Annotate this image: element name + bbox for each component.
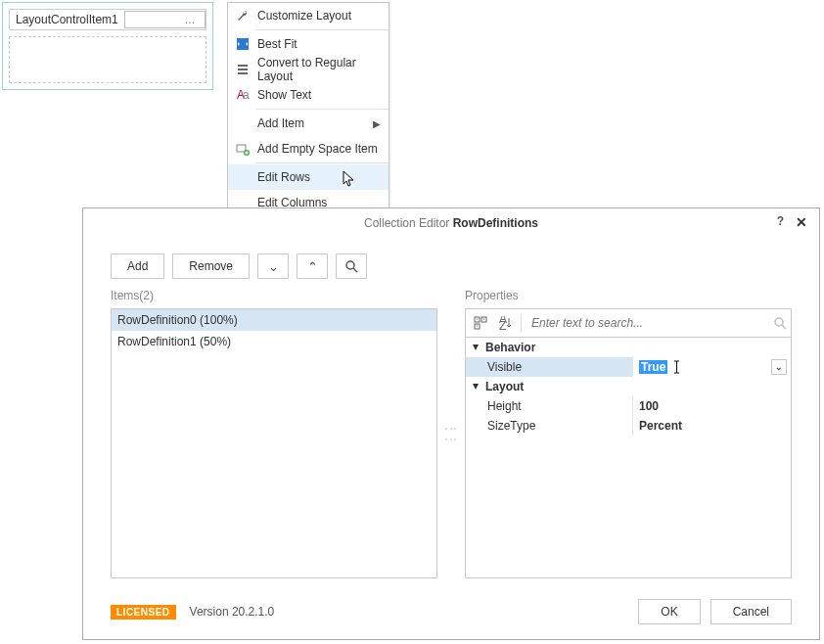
blank-icon [232,115,253,132]
layout-control-item-label: LayoutControlItem1 [10,13,124,26]
version-label: Version 20.2.1.0 [190,605,275,619]
property-row-visible[interactable]: Visible True ⌄ [466,357,791,377]
dialog-title-prefix: Collection Editor [364,216,453,230]
search-button[interactable] [336,253,367,279]
help-button[interactable]: ? [777,214,784,228]
dialog-title-bar[interactable]: Collection Editor RowDefinitions ? ✕ [83,208,819,238]
list-item-label: RowDefinition0 (100%) [117,313,238,327]
svg-text:a: a [243,88,250,102]
ok-button[interactable]: OK [638,599,700,624]
blank-icon [232,168,253,186]
submenu-arrow-icon: ▶ [373,118,381,129]
property-name: Height [466,399,632,413]
expander-icon[interactable] [470,342,481,353]
search-icon [345,260,358,273]
dialog-title-main: RowDefinitions [453,216,538,230]
add-button[interactable]: Add [111,253,164,279]
search-icon [774,317,787,330]
menu-separator [255,162,389,163]
toolbar-separator [521,314,522,332]
context-menu: Customize Layout Best Fit Convert to Reg… [227,2,389,216]
property-row-height[interactable]: Height 100 [466,396,791,416]
license-badge: LICENSED [111,605,176,620]
cancel-button-label: Cancel [733,605,769,619]
wrench-icon [232,7,253,24]
menu-item-show-text[interactable]: Aa Show Text [228,82,389,108]
menu-label: Convert to Regular Layout [257,56,381,83]
alphabetical-icon: AZ [499,316,513,330]
svg-text:Z: Z [499,319,506,330]
svg-point-11 [775,318,783,326]
chevron-down-icon: ⌄ [268,259,279,274]
layout-control-item-editor[interactable]: ... [124,11,206,28]
property-value[interactable]: 100 [632,396,791,416]
remove-button[interactable]: Remove [172,253,250,279]
empty-item-icon [232,140,253,158]
property-category[interactable]: Layout [466,377,791,396]
convert-icon [232,61,253,78]
text-cursor-icon [673,360,680,374]
property-value[interactable]: Percent [632,416,791,436]
menu-separator [255,109,389,110]
dialog-toolbar: Add Remove ⌄ ⌃ [83,238,819,289]
items-list[interactable]: RowDefinition0 (100%) RowDefinition1 (50… [111,308,437,578]
layout-designer-surface[interactable]: LayoutControlItem1 ... [2,2,213,90]
menu-label: Show Text [257,88,381,102]
layout-control-item[interactable]: LayoutControlItem1 ... [9,9,206,30]
property-grid[interactable]: Behavior Visible True ⌄ Layout Height [465,338,792,578]
menu-item-add-item[interactable]: Add Item ▶ [228,111,389,136]
property-search-input[interactable] [526,316,770,330]
menu-separator [255,29,389,30]
remove-button-label: Remove [189,259,233,273]
chevron-up-icon: ⌃ [307,259,318,274]
splitter[interactable]: ⋮⋮ [447,289,455,578]
menu-label: Customize Layout [257,9,381,23]
svg-rect-3 [237,145,246,152]
categorized-icon [474,316,487,330]
svg-point-5 [346,261,354,269]
ellipsis-button[interactable]: ... [179,13,201,26]
dialog-footer: LICENSED Version 20.2.1.0 OK Cancel [83,584,819,639]
layout-empty-cell[interactable] [9,36,206,83]
menu-label: Add Empty Space Item [257,142,381,156]
property-value-editor[interactable]: True ⌄ [632,357,791,377]
menu-item-edit-rows[interactable]: Edit Rows [228,164,389,190]
ok-button-label: OK [661,605,677,619]
cancel-button[interactable]: Cancel [710,599,792,624]
dialog-title: Collection Editor RowDefinitions [364,216,538,230]
list-item[interactable]: RowDefinition1 (50%) [112,331,436,352]
move-down-button[interactable]: ⌄ [257,253,289,279]
grip-icon: ⋮⋮ [444,423,458,444]
property-category[interactable]: Behavior [466,338,791,357]
property-row-sizetype[interactable]: SizeType Percent [466,416,791,436]
text-icon: Aa [232,86,253,104]
menu-label: Best Fit [257,37,381,51]
dropdown-button[interactable]: ⌄ [771,359,787,375]
menu-label: Add Item [257,116,373,130]
menu-item-best-fit[interactable]: Best Fit [228,31,389,57]
close-button[interactable]: ✕ [796,214,807,230]
menu-item-add-empty-space[interactable]: Add Empty Space Item [228,136,389,161]
category-label: Behavior [485,341,535,354]
property-value: True [639,360,667,374]
alphabetical-button[interactable]: AZ [495,312,517,334]
properties-pane: Properties AZ Behavior [465,289,792,578]
collection-editor-dialog: Collection Editor RowDefinitions ? ✕ Add… [82,207,820,640]
category-label: Layout [485,380,524,393]
menu-item-customize-layout[interactable]: Customize Layout [228,3,389,28]
property-grid-toolbar: AZ [465,308,792,338]
bestfit-icon [232,35,253,53]
list-item[interactable]: RowDefinition0 (100%) [112,309,436,331]
properties-label: Properties [465,289,792,302]
expander-icon[interactable] [470,381,481,392]
categorized-button[interactable] [470,312,491,334]
list-item-label: RowDefinition1 (50%) [117,335,231,348]
add-button-label: Add [127,259,148,273]
property-name: SizeType [466,419,632,433]
items-label: Items(2) [111,289,437,302]
menu-item-convert-regular[interactable]: Convert to Regular Layout [228,57,389,82]
menu-label: Edit Rows [257,170,381,184]
items-pane: Items(2) RowDefinition0 (100%) RowDefini… [111,289,437,578]
property-name: Visible [466,360,632,374]
move-up-button[interactable]: ⌃ [297,253,328,279]
